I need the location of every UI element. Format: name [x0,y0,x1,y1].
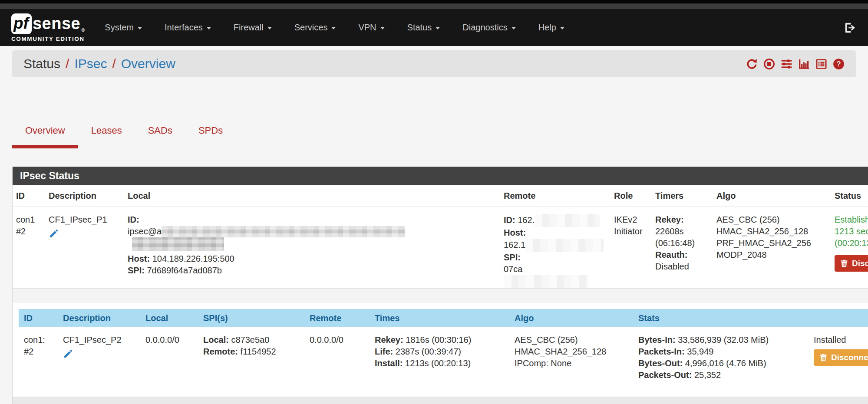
chevron-down-icon [207,27,211,30]
log-list-icon[interactable] [815,58,827,70]
col-header-description: Description [58,309,140,327]
redacted-block [504,275,588,288]
breadcrumb-link-overview[interactable]: Overview [121,56,175,71]
ipsec-tabs: Overview Leases SADs SPDs [12,116,868,148]
tab-sads[interactable]: SADs [135,116,185,148]
chevron-down-icon [512,27,516,30]
col-header-algo: Algo [509,309,633,327]
trash-icon [819,353,828,362]
disconnect-button[interactable]: Disconnect [814,349,868,366]
navbar-menu: System Interfaces Firewall Services VPN … [105,23,564,33]
nav-item-system[interactable]: System [105,23,142,33]
logo-sense-text: sense [33,14,80,33]
breadcrumb-section: Status [23,56,60,71]
col-header-id: ID [13,185,45,207]
child-cell-status: Installed Disconnect [807,327,868,397]
child-sa-table: ID Description Local SPI(s) Remote Times… [19,309,868,397]
status-established: Established [835,214,868,226]
child-cell-id: con1: #2 [19,327,58,397]
nav-item-status[interactable]: Status [407,23,440,33]
col-header-local: Local [124,185,500,207]
edit-pencil-icon[interactable] [63,348,73,359]
child-cell-algo: AES_CBC (256) HMAC_SHA2_256_128 IPComp: … [509,327,633,397]
help-icon[interactable]: ? [833,58,845,70]
disconnect-button[interactable]: Disconnect [835,255,868,272]
sign-out-icon[interactable] [844,21,857,34]
chevron-down-icon [331,27,336,30]
child-cell-stats: Bytes-In: 33,586,939 (32.03 MiB) Packets… [633,327,807,397]
nav-item-vpn[interactable]: VPN [358,23,384,33]
child-sa-section: ID Description Local SPI(s) Remote Times… [13,303,868,397]
nav-item-diagnostics[interactable]: Diagnostics [462,23,515,33]
panel-title: IPsec Status [13,167,868,185]
chevron-down-icon [436,27,440,30]
nav-item-help[interactable]: Help [538,23,564,33]
remote-host-value: 162.1 [504,240,525,250]
main-navbar: pf sense ® COMMUNITY EDITION System Inte… [0,9,868,46]
tab-spds[interactable]: SPDs [185,116,236,148]
redacted-block [162,226,405,237]
ipsec-status-panel: IPsec Status ID Description Local Remote… [12,167,868,404]
edit-pencil-icon[interactable] [49,228,59,239]
local-host-value: 104.189.226.195:500 [152,254,234,263]
svg-text:?: ? [836,60,841,68]
remote-id-value: 162. [518,215,535,225]
window-title-strip [0,3,868,9]
nav-item-interfaces[interactable]: Interfaces [165,23,211,33]
sliders-icon[interactable] [781,58,792,70]
child-cell-remote: 0.0.0.0/0 [304,327,370,397]
col-header-local: Local [140,309,198,327]
bar-chart-icon[interactable] [798,58,810,70]
redacted-block [535,214,600,227]
breadcrumb-separator: / [66,56,69,71]
remote-spi-value: 07ca [504,264,522,274]
ike-cell-status: Established 1213 seconds (00:20:13) ago … [831,207,868,288]
col-header-actions [807,309,868,327]
refresh-icon[interactable] [746,58,758,70]
redacted-block [525,239,604,252]
logo-pf-badge: pf [11,13,32,34]
pfsense-logo[interactable]: pf sense ® COMMUNITY EDITION [11,13,85,42]
breadcrumb: Status / IPsec / Overview [23,56,175,71]
chevron-down-icon [560,27,564,30]
stop-icon[interactable] [763,58,775,70]
col-header-id: ID [19,309,58,327]
ike-cell-algo: AES_CBC (256) HMAC_SHA2_256_128 PRF_HMAC… [713,207,831,288]
local-spi-value: 7d689f64a7ad087b [147,266,221,275]
col-header-stats: Stats [633,309,807,327]
col-header-status: Status [831,185,868,207]
logo-registered-mark: ® [81,27,85,33]
ike-cell-id: con1 #2 [13,207,45,288]
connection-description: CF1_IPsec_P1 [49,214,121,226]
child-cell-spis: Local: c873e5a0 Remote: f1154952 [198,327,304,397]
row-stripe [13,288,868,303]
local-id-value: ipsec@a [128,227,162,236]
col-header-description: Description [45,185,124,207]
window-top-strip [0,0,868,3]
col-header-timers: Timers [652,185,713,207]
tab-leases[interactable]: Leases [78,116,135,148]
col-header-algo: Algo [713,185,831,207]
ike-cell-local: ID: ipsec@a Host: 104.189.226.195:500 SP… [124,207,500,288]
trash-icon [840,259,848,268]
breadcrumb-link-ipsec[interactable]: IPsec [74,56,107,71]
nav-item-firewall[interactable]: Firewall [234,23,272,33]
redacted-block [132,237,224,251]
chevron-down-icon [380,27,385,30]
chevron-down-icon [267,27,272,30]
ike-cell-description: CF1_IPsec_P1 [45,207,124,288]
col-header-spis: SPI(s) [198,309,304,327]
col-header-remote: Remote [304,309,370,327]
child-cell-times: Rekey: 1816s (00:30:16) Life: 2387s (00:… [370,327,509,397]
page-action-icons: ? [746,58,845,70]
child-cell-description: CF1_IPsec_P2 [58,327,140,397]
chevron-down-icon [138,27,142,30]
logo-edition-text: COMMUNITY EDITION [11,36,85,42]
ike-cell-remote: ID: 162. Host: 162.1 SPI: 07ca [500,207,611,288]
col-header-remote: Remote [500,185,611,207]
tab-overview[interactable]: Overview [12,116,78,148]
col-header-times: Times [370,309,509,327]
breadcrumb-bar: Status / IPsec / Overview ? [12,50,856,77]
child-cell-local: 0.0.0.0/0 [140,327,198,397]
nav-item-services[interactable]: Services [294,23,336,33]
